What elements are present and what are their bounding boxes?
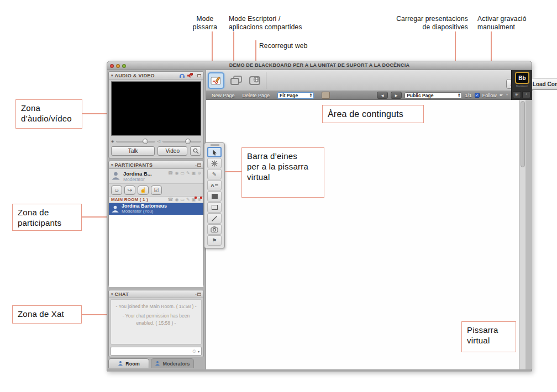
collapse-icon[interactable]: ▾ [111, 73, 113, 78]
filled-shape-tool-button[interactable] [207, 191, 222, 202]
self-name: Jordina B... [123, 171, 152, 177]
audio-video-title: AUDIO & VIDEO [115, 73, 155, 78]
follow-checkbox[interactable]: ✓ [475, 93, 480, 98]
talk-button[interactable]: Talk [111, 146, 155, 156]
video-permission-icon[interactable]: ▣ [192, 198, 196, 202]
detach-panel-icon[interactable] [197, 293, 201, 296]
participants-header[interactable]: ▾ PARTICIPANTS - [109, 161, 203, 169]
raise-hand-button[interactable]: ☝ [138, 186, 149, 195]
pan-tool-button[interactable]: ☛ [513, 91, 521, 98]
check-icon: ✓ [475, 93, 479, 97]
line-icon [211, 215, 218, 222]
polling-button[interactable]: ☑ [151, 186, 162, 195]
previous-page-button[interactable]: ◀ [377, 92, 388, 99]
video-button[interactable]: Video [157, 146, 187, 156]
palette-drag-handle[interactable] [211, 144, 219, 146]
page-select[interactable]: Public Page ▴▾ [404, 92, 462, 99]
webcam-permission-icon: ◉ [175, 171, 178, 176]
desktop-share-mode-button[interactable] [228, 72, 245, 89]
microphone-icon: ◈ [111, 139, 114, 144]
minimize-panel-icon[interactable]: - [195, 73, 197, 78]
chat-input[interactable]: ☺ ▾ [111, 347, 202, 356]
text-tool-button[interactable]: A [207, 180, 222, 190]
outline-shape-tool-button[interactable] [207, 202, 222, 213]
webcam-permission-icon[interactable]: ◉ [175, 198, 178, 202]
delete-page-button[interactable]: Delete Page [243, 93, 270, 98]
pen-tool-button[interactable]: ✎ [207, 169, 222, 179]
callout-participants-zone: Zona de participants [12, 204, 82, 231]
tab-moderators[interactable]: Moderators [151, 358, 194, 368]
scrollbar-thumb[interactable] [521, 101, 525, 167]
new-pointer-button[interactable]: ☛ [500, 93, 503, 98]
detach-panel-icon[interactable] [197, 74, 201, 77]
zoom-level-value: Fit Page [280, 93, 298, 98]
minimize-panel-icon[interactable]: - [195, 292, 197, 296]
video-preview [111, 81, 201, 136]
magnifier-icon [193, 148, 199, 154]
zoom-tool-button[interactable]: * [522, 91, 530, 98]
grab-button[interactable]: * [506, 93, 508, 98]
callout-line-participants-zone [81, 216, 107, 218]
chat-system-message: - Your chat permission has been enabled.… [114, 312, 198, 326]
laser-star-icon [211, 160, 218, 167]
emoticon-button[interactable]: ☺ [111, 186, 122, 195]
asterisk-icon: * [526, 92, 527, 97]
audio-setup-icon[interactable] [179, 73, 185, 78]
webtour-permission-icon[interactable]: ⊕ [197, 198, 201, 202]
audio-video-buttons: Talk Video [111, 146, 201, 156]
appshare-permission-icon[interactable]: ▭ [180, 198, 185, 202]
title-bar[interactable]: DEMO DE BLACKBOARD PER A LA UNITAT DE SU… [107, 61, 532, 70]
microphone-volume-slider[interactable] [116, 139, 155, 144]
placeholder-tool-button[interactable]: ⚑ [207, 235, 222, 246]
callout-line-audio-video-zone [82, 113, 107, 114]
page-explorer-button[interactable] [322, 92, 330, 99]
video-preview-button[interactable] [190, 146, 201, 156]
cursor-icon [212, 149, 218, 156]
callout-load-presentations: Carregar presentacions de diapositives [387, 15, 468, 31]
tab-room[interactable]: Room [108, 358, 149, 368]
speaker-icon: ◁ [157, 139, 160, 144]
window-title: DEMO DE BLACKBOARD PER A LA UNITAT DE SU… [107, 62, 532, 68]
participant-row[interactable]: Jordina Bartomeus Moderator (You) [109, 203, 203, 215]
next-page-button[interactable]: ▶ [391, 92, 402, 99]
line-tool-button[interactable] [207, 213, 222, 224]
tutorial-page: Mode pissarra Mode Escriptori / aplicaci… [0, 0, 557, 392]
chat-header[interactable]: ▾ CHAT - [109, 290, 203, 298]
slider-knob[interactable] [143, 139, 148, 144]
step-away-button[interactable]: ↪ [124, 186, 135, 195]
callout-manual-record: Activar gravació manualment [477, 15, 538, 31]
person-icon [155, 361, 160, 367]
whiteboard-scrollbar[interactable] [519, 100, 526, 369]
audio-sliders: ◈ ◁ [111, 138, 201, 145]
callout-audio-video-zone: Zona d’àudio/vídeo [15, 99, 82, 129]
audio-video-header[interactable]: ▾ AUDIO & VIDEO - [109, 72, 203, 80]
whiteboard-mode-button[interactable] [208, 72, 224, 89]
dropdown-arrows-icon: ▴▾ [456, 93, 460, 97]
dropdown-arrows-icon: ▴▾ [308, 93, 312, 97]
collapse-icon[interactable]: ▾ [111, 163, 113, 167]
participants-title: PARTICIPANTS [115, 162, 153, 168]
speaker-volume-slider[interactable] [162, 139, 201, 144]
selection-tool-button[interactable] [207, 147, 222, 157]
person-icon [118, 361, 123, 367]
laser-pointer-tool-button[interactable] [207, 158, 222, 168]
detach-panel-icon[interactable] [197, 163, 201, 167]
emoticon-caret-icon[interactable]: ▾ [198, 349, 199, 353]
new-page-button[interactable]: New Page [212, 93, 235, 98]
emoticon-picker-icon[interactable]: ☺ [192, 348, 197, 354]
speaker-muted-icon[interactable] [187, 73, 193, 78]
appshare-permission-icon: ▭ [180, 171, 185, 176]
callout-wb-toolbar: Barra d’eines per a la pissarra virtual [241, 147, 324, 198]
self-participant-row[interactable]: Jordina B... Moderator ☎ ◉ ▭ ✎ ▣ ⊕ [109, 169, 203, 184]
minimize-panel-icon[interactable]: - [195, 162, 197, 167]
web-tour-mode-button[interactable] [247, 72, 264, 89]
collapse-icon[interactable]: ▾ [111, 292, 113, 296]
slider-knob[interactable] [185, 139, 191, 144]
main-room-header: MAIN ROOM ( 1 ) ☎ ◉ ▭ ✎ ▣ ⊕ [109, 196, 203, 203]
screenshot-tool-button[interactable] [207, 224, 222, 235]
follow-label: Follow [482, 93, 497, 98]
whiteboard-permission-icon[interactable]: ✎ [186, 198, 190, 202]
talk-permission-icon[interactable]: ☎ [168, 198, 174, 202]
zoom-level-select[interactable]: Fit Page ▴▾ [277, 92, 314, 99]
main-room-label: MAIN ROOM ( 1 ) [111, 197, 148, 202]
